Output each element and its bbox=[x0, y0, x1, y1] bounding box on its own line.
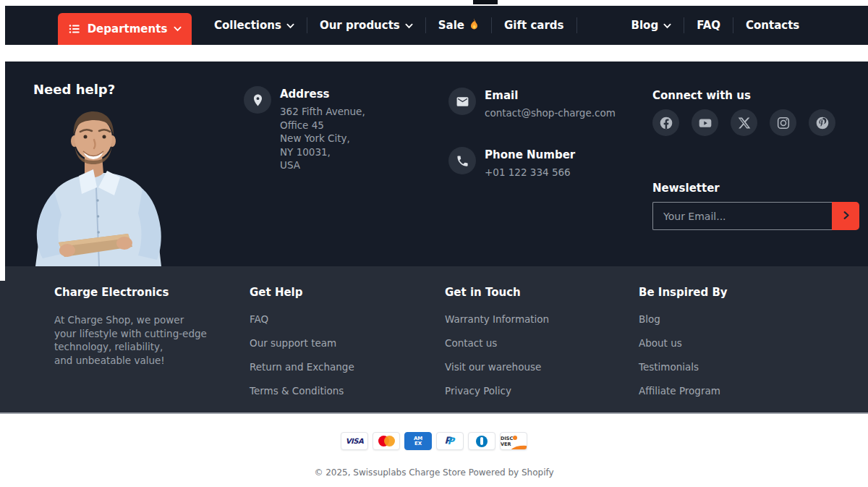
social-youtube-link[interactable] bbox=[692, 109, 718, 136]
copyright-text: © 2025, Swissuplabs Charge Store Powered… bbox=[0, 467, 868, 478]
footer-link-warranty-information[interactable]: Warranty Information bbox=[445, 313, 639, 325]
footer-column-be-inspired-by: Be Inspired ByBlogAbout usTestimonialsAf… bbox=[639, 286, 839, 409]
page: Departments CollectionsOur productsSaleG… bbox=[0, 0, 868, 487]
footer-column-get-in-touch: Get in TouchWarranty InformationContact … bbox=[445, 286, 639, 409]
phone-icon bbox=[448, 147, 476, 174]
footer-link-terms-conditions[interactable]: Terms & Conditions bbox=[250, 385, 445, 397]
nav-item-faq[interactable]: FAQ bbox=[684, 19, 733, 32]
nav-item-our-products[interactable]: Our products bbox=[307, 19, 425, 32]
payment-mastercard-badge bbox=[373, 432, 400, 450]
social-links bbox=[652, 109, 835, 136]
footer-link-about-us[interactable]: About us bbox=[639, 337, 839, 349]
chevron-down-icon bbox=[663, 19, 671, 32]
nav-item-label: Blog bbox=[631, 19, 659, 32]
x-icon bbox=[737, 116, 752, 130]
location-pin-icon bbox=[244, 86, 271, 114]
list-icon bbox=[68, 22, 81, 35]
footer-column-get-help: Get HelpFAQOur support teamReturn and Ex… bbox=[250, 286, 445, 409]
payment-diners-badge bbox=[468, 432, 495, 450]
footer-columns: Charge ElectronicsAt Charge Shop, we pow… bbox=[0, 266, 868, 409]
newsletter-email-input[interactable] bbox=[652, 202, 832, 230]
social-x-link[interactable] bbox=[731, 109, 757, 136]
footer-column-title: Get Help bbox=[250, 286, 445, 299]
nav-item-label: FAQ bbox=[697, 19, 720, 32]
connect-with-us-title: Connect with us bbox=[652, 89, 751, 102]
footer-link-privacy-policy[interactable]: Privacy Policy bbox=[445, 385, 639, 397]
social-pinterest-link[interactable] bbox=[809, 109, 835, 136]
address-title: Address bbox=[280, 88, 365, 101]
phone-title: Phone Number bbox=[485, 148, 575, 161]
footer-column-text: At Charge Shop, we poweryour lifestyle w… bbox=[54, 313, 250, 367]
payment-discover-badge: DISCVER bbox=[500, 432, 527, 450]
address-block: Address 362 Fifth Avenue,Office 45New Yo… bbox=[244, 86, 365, 172]
nav-item-blog[interactable]: Blog bbox=[619, 19, 684, 32]
address-line: New York City, bbox=[280, 132, 365, 145]
footer-link-return-and-exchange[interactable]: Return and Exchange bbox=[250, 361, 445, 373]
footer-link-affiliate-program[interactable]: Affiliate Program bbox=[639, 385, 839, 397]
payment-paypal-badge: PP bbox=[436, 432, 464, 450]
envelope-icon bbox=[448, 88, 476, 115]
nav-item-label: Sale bbox=[438, 19, 464, 32]
departments-label: Departments bbox=[88, 22, 168, 35]
footer-contact-section: Need help? bbox=[5, 62, 868, 266]
nav-item-sale[interactable]: Sale bbox=[426, 18, 491, 33]
phone-value: +01 122 334 566 bbox=[485, 166, 575, 179]
nav-item-collections[interactable]: Collections bbox=[202, 19, 307, 32]
payment-visa-badge: VISA bbox=[341, 432, 368, 450]
top-notch bbox=[473, 0, 498, 4]
address-line: USA bbox=[280, 158, 365, 172]
address-line: NY 10031, bbox=[280, 145, 365, 159]
email-title: Email bbox=[485, 89, 616, 102]
social-instagram-link[interactable] bbox=[770, 109, 796, 136]
page-gutter bbox=[0, 0, 5, 281]
email-block: Email contact@shop-charge.com bbox=[448, 88, 616, 120]
departments-button[interactable]: Departments bbox=[58, 13, 192, 45]
phone-block: Phone Number +01 122 334 566 bbox=[448, 147, 575, 179]
payment-amex-badge: AMEX bbox=[404, 432, 432, 450]
flame-icon bbox=[469, 18, 479, 33]
footer-link-contact-us[interactable]: Contact us bbox=[445, 337, 639, 349]
newsletter-title: Newsletter bbox=[652, 182, 720, 195]
address-line: 362 Fifth Avenue, bbox=[280, 105, 365, 119]
nav-items: CollectionsOur productsSaleGift cardsBlo… bbox=[202, 6, 812, 45]
footer-column-charge-electronics: Charge ElectronicsAt Charge Shop, we pow… bbox=[54, 286, 250, 409]
main-navbar: Departments CollectionsOur productsSaleG… bbox=[5, 6, 868, 45]
youtube-icon bbox=[698, 116, 712, 130]
newsletter-form bbox=[652, 202, 859, 230]
instagram-icon bbox=[776, 116, 791, 130]
footer-link-our-support-team[interactable]: Our support team bbox=[250, 337, 445, 349]
footer-link-faq[interactable]: FAQ bbox=[250, 313, 445, 325]
footer-column-title: Be Inspired By bbox=[639, 286, 839, 299]
nav-item-gift-cards[interactable]: Gift cards bbox=[492, 19, 576, 32]
support-agent-photo bbox=[33, 106, 166, 266]
footer-link-visit-our-warehouse[interactable]: Visit our warehouse bbox=[445, 361, 639, 373]
footer-column-title: Charge Electronics bbox=[54, 286, 250, 299]
nav-item-label: Collections bbox=[214, 19, 281, 32]
nav-item-label: Gift cards bbox=[504, 19, 563, 32]
footer-links-section: Charge ElectronicsAt Charge Shop, we pow… bbox=[0, 266, 868, 414]
footer-link-testimonials[interactable]: Testimonials bbox=[639, 361, 839, 373]
nav-item-contacts[interactable]: Contacts bbox=[733, 19, 812, 32]
facebook-icon bbox=[659, 116, 673, 130]
address-lines: 362 Fifth Avenue,Office 45New York City,… bbox=[280, 105, 365, 172]
footer-link-blog[interactable]: Blog bbox=[639, 313, 839, 325]
address-line: Office 45 bbox=[280, 119, 365, 132]
chevron-down-icon bbox=[174, 26, 182, 32]
need-help-title: Need help? bbox=[33, 82, 115, 97]
nav-item-label: Contacts bbox=[746, 19, 799, 32]
pinterest-icon bbox=[815, 116, 830, 130]
newsletter-submit-button[interactable] bbox=[832, 202, 859, 230]
nav-divider bbox=[576, 17, 577, 33]
nav-item-label: Our products bbox=[320, 19, 400, 32]
chevron-down-icon bbox=[286, 19, 294, 32]
email-value: contact@shop-charge.com bbox=[485, 106, 616, 120]
footer-column-title: Get in Touch bbox=[445, 286, 639, 299]
chevron-down-icon bbox=[405, 19, 413, 32]
payment-methods: VISAAMEXPPDISCVER bbox=[0, 432, 868, 450]
social-facebook-link[interactable] bbox=[652, 109, 679, 136]
chevron-right-icon bbox=[841, 210, 851, 223]
